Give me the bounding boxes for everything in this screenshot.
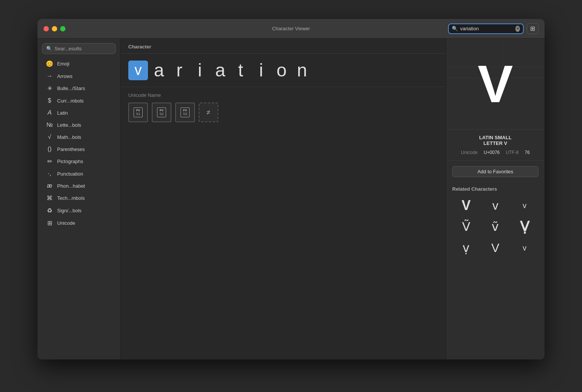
related-char-9[interactable]: v (511, 238, 538, 258)
variation-selectors: FV S1 FV S2 FV S3 (128, 103, 438, 122)
sidebar-search-label: Sear...esults (54, 46, 82, 51)
related-char-4[interactable]: Ṽ (452, 217, 480, 236)
phonetic-icon: æ (46, 182, 53, 189)
sidebar-item-label: Sign/...bols (57, 208, 81, 213)
math-icon: √ (46, 134, 53, 140)
related-section: Related Characters V v v Ṽ ṽ Ṿ ṿ V v (446, 182, 545, 261)
character-display: v a r i a t i o n (121, 54, 446, 87)
sidebar-item-phonetic[interactable]: æ Phon...habet (40, 180, 118, 191)
sidebar-item-math[interactable]: √ Math...bols (40, 131, 118, 143)
sidebar-item-label: Bulle.../Stars (57, 86, 85, 91)
letterlike-icon: № (46, 121, 53, 128)
related-char-5[interactable]: ṽ (481, 217, 509, 236)
char-preview-big: V (478, 58, 513, 110)
signs-icon: ♻ (46, 207, 53, 214)
center-panel: Character v a r i a t i o n Unicode Name… (121, 39, 446, 359)
traffic-lights (44, 26, 65, 31)
utf8-label: UTF-8 (506, 150, 519, 155)
related-label: Related Characters (452, 186, 538, 192)
char-name-section: LATIN SMALL LETTER V Unicode U+0076 UTF-… (446, 129, 545, 161)
sidebar-item-label: Parentheses (57, 146, 85, 152)
sidebar-item-bullets[interactable]: ✳ Bulle.../Stars (40, 82, 118, 94)
char-r[interactable]: r (170, 60, 189, 81)
vs-box-1[interactable]: FV S1 (128, 103, 148, 122)
sidebar-item-currency[interactable]: $ Curr...mbols (40, 95, 118, 106)
char-a2[interactable]: a (211, 60, 230, 81)
related-char-6[interactable]: Ṿ (511, 217, 538, 236)
technical-icon: ⌘ (46, 194, 53, 202)
sidebar-item-signs[interactable]: ♻ Sign/...bols (40, 205, 118, 216)
char-o[interactable]: o (272, 60, 291, 81)
char-full-name: LATIN SMALL LETTER V (452, 135, 538, 146)
sidebar-item-latin[interactable]: A Latin (40, 107, 118, 118)
unicode-name-section: Unicode Name FV S1 FV S2 (121, 87, 446, 128)
main-content: 🔍 Sear...esults 😊 Emoji → Arrows ✳ Bulle… (37, 39, 545, 359)
char-a1[interactable]: a (149, 60, 168, 81)
related-char-3[interactable]: v (511, 196, 538, 215)
sidebar-item-punctuation[interactable]: ·, Punctuation (40, 168, 118, 179)
sidebar-item-label: Punctuation (57, 171, 83, 177)
character-panel-header: Character (121, 39, 446, 54)
currency-icon: $ (46, 97, 53, 104)
sidebar-item-label: Emoji (57, 61, 70, 67)
sidebar: 🔍 Sear...esults 😊 Emoji → Arrows ✳ Bulle… (37, 39, 121, 359)
sidebar-item-label: Pictographs (57, 159, 83, 164)
related-char-1[interactable]: V (452, 196, 480, 215)
search-icon: 🔍 (452, 26, 458, 31)
unicode-icon: ⊞ (46, 219, 53, 227)
related-grid: V v v Ṽ ṽ Ṿ ṿ V v (452, 196, 538, 258)
related-char-2[interactable]: v (481, 196, 509, 215)
unicode-label: Unicode (461, 150, 478, 155)
bullets-icon: ✳ (46, 85, 53, 92)
related-char-7[interactable]: ṿ (452, 238, 480, 258)
parentheses-icon: () (46, 146, 53, 152)
char-t[interactable]: t (231, 60, 250, 81)
sidebar-item-arrows[interactable]: → Arrows (40, 70, 118, 82)
char-i2[interactable]: i (252, 60, 271, 81)
unicode-value: U+0076 (484, 150, 500, 155)
sidebar-item-label: Lette...bols (57, 122, 81, 128)
sidebar-item-label: Phon...habet (57, 183, 85, 189)
utf8-value: 76 (525, 150, 530, 155)
related-char-8[interactable]: V (481, 238, 509, 258)
latin-icon: A (46, 109, 53, 116)
vs-box-4[interactable]: ≠ (199, 103, 218, 122)
search-icon: 🔍 (46, 46, 52, 51)
pictographs-icon: ✏ (46, 158, 53, 165)
search-input[interactable] (460, 26, 513, 31)
sidebar-item-unicode[interactable]: ⊞ Unicode (40, 217, 118, 229)
minimize-button[interactable] (52, 26, 57, 31)
sidebar-search-button[interactable]: 🔍 Sear...esults (42, 43, 116, 54)
sidebar-item-label: Arrows (57, 73, 72, 79)
emoji-icon: 😊 (46, 60, 53, 67)
titlebar: Character Viewer 🔍 ✕ ⊞ (37, 19, 545, 39)
arrows-icon: → (46, 73, 53, 79)
close-button[interactable] (44, 26, 49, 31)
char-preview-area: V (446, 39, 545, 129)
selected-char-v[interactable]: v (128, 61, 148, 80)
titlebar-right: 🔍 ✕ ⊞ (448, 23, 538, 34)
sidebar-item-pictographs[interactable]: ✏ Pictographs (40, 156, 118, 167)
sidebar-item-parentheses[interactable]: () Parentheses (40, 143, 118, 155)
sidebar-item-label: Unicode (57, 220, 75, 226)
search-box[interactable]: 🔍 ✕ (448, 23, 524, 34)
punctuation-icon: ·, (46, 170, 53, 177)
vs-box-2[interactable]: FV S2 (152, 103, 171, 122)
sidebar-item-label: Curr...mbols (57, 98, 84, 104)
sidebar-item-emoji[interactable]: 😊 Emoji (40, 58, 118, 70)
sidebar-item-label: Tech...mbols (57, 195, 85, 201)
window-title: Character Viewer (272, 26, 310, 31)
sidebar-item-label: Latin (57, 110, 68, 116)
vs-box-3[interactable]: FV S3 (175, 103, 195, 122)
sidebar-item-technical[interactable]: ⌘ Tech...mbols (40, 192, 118, 204)
clear-search-button[interactable]: ✕ (515, 26, 520, 32)
sidebar-item-label: Math...bols (57, 134, 81, 140)
char-info-row: Unicode U+0076 UTF-8 76 (452, 150, 538, 155)
right-panel: V LATIN SMALL LETTER V Unicode U+0076 UT… (446, 39, 545, 359)
char-n[interactable]: n (293, 60, 311, 81)
maximize-button[interactable] (60, 26, 65, 31)
grid-view-button[interactable]: ⊞ (527, 23, 538, 34)
add-to-favorites-button[interactable]: Add to Favorites (452, 166, 538, 177)
char-i1[interactable]: i (190, 60, 209, 81)
sidebar-item-letterlike[interactable]: № Lette...bols (40, 119, 118, 131)
